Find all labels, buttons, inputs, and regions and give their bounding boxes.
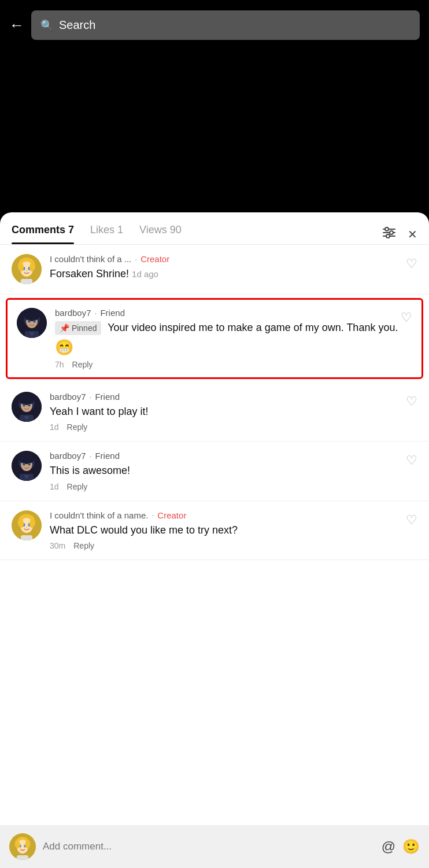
comment-item: bardboy7 · Friend Yeah I want to play it… (0, 382, 429, 442)
svg-point-20 (33, 320, 35, 323)
reply-button[interactable]: Reply (67, 482, 88, 491)
username: bardboy7 (55, 308, 91, 318)
comment-time: 7h (55, 360, 64, 369)
emoji-picker-icon[interactable]: 🙂 (402, 838, 420, 855)
like-button[interactable]: ♡ (406, 256, 417, 271)
tabs-row: Comments 7 Likes 1 Views 90 ✕ (0, 212, 429, 245)
comment-meta: 1d Reply (50, 422, 417, 432)
svg-rect-14 (21, 279, 32, 284)
like-button[interactable]: ♡ (406, 394, 417, 409)
friend-badge: Friend (95, 392, 120, 402)
current-user-avatar (9, 833, 36, 860)
comment-body: bardboy7 · Friend Yeah I want to play it… (50, 392, 417, 432)
tab-views[interactable]: Views 90 (139, 224, 182, 244)
svg-rect-52 (17, 855, 28, 860)
svg-point-41 (26, 527, 27, 528)
add-comment-bar: @ 🙂 (0, 825, 429, 868)
comment-meta: 7h Reply (55, 360, 412, 369)
comment-meta: 1d Reply (50, 482, 417, 491)
svg-point-25 (19, 395, 34, 405)
video-area (0, 50, 429, 212)
username: I couldn't think of a ... (50, 254, 131, 264)
avatar (12, 510, 42, 540)
comment-item: I couldn't think of a ... · Creator Fors… (0, 245, 429, 295)
username: I couldn't think of a name. (50, 510, 148, 520)
svg-point-34 (28, 463, 30, 466)
filter-icon[interactable] (382, 227, 396, 241)
comment-header: bardboy7 · Friend (50, 392, 417, 402)
reply-button[interactable]: Reply (73, 541, 94, 550)
comments-list: I couldn't think of a ... · Creator Fors… (0, 245, 429, 560)
svg-point-5 (386, 234, 390, 238)
svg-point-27 (28, 404, 30, 407)
username: bardboy7 (50, 392, 86, 402)
svg-rect-44 (21, 535, 32, 540)
comments-panel: Comments 7 Likes 1 Views 90 ✕ (0, 212, 429, 826)
at-mention-icon[interactable]: @ (382, 838, 395, 855)
svg-point-11 (26, 270, 27, 271)
comment-time: 1d (50, 482, 59, 491)
svg-point-33 (23, 463, 25, 466)
add-comment-input[interactable] (43, 841, 375, 852)
tab-comments[interactable]: Comments 7 (12, 224, 74, 244)
comment-header: I couldn't think of a name. · Creator (50, 510, 417, 520)
reply-button[interactable]: Reply (72, 360, 93, 369)
friend-badge: Friend (100, 308, 125, 318)
creator-badge: Creator (140, 254, 169, 264)
avatar (17, 308, 47, 338)
svg-point-19 (28, 320, 30, 323)
search-bar[interactable]: 🔍 Search (31, 10, 420, 40)
like-button[interactable]: ♡ (406, 513, 417, 528)
like-button[interactable]: ♡ (401, 310, 412, 325)
comment-header: bardboy7 · Friend (50, 451, 417, 461)
friend-badge: Friend (95, 451, 120, 461)
avatar (12, 392, 42, 422)
comment-text: Yeah I want to play it! (50, 404, 417, 419)
comment-emoji: 😁 (55, 339, 412, 356)
svg-point-26 (23, 404, 25, 407)
search-icon: 🔍 (40, 19, 53, 32)
back-button[interactable]: ← (9, 16, 24, 34)
svg-point-4 (390, 231, 393, 234)
tab-likes[interactable]: Likes 1 (90, 224, 123, 244)
comment-body: I couldn't think of a ... · Creator Fors… (50, 254, 417, 285)
comment-meta: 30m Reply (50, 541, 417, 550)
comment-text: This is awesome! (50, 463, 417, 478)
comment-item: bardboy7 · Friend This is awesome! 1d Re… (0, 442, 429, 501)
comment-text: Forsaken Shrine! 1d ago (50, 266, 417, 281)
comment-body: bardboy7 · Friend This is awesome! 1d Re… (50, 451, 417, 491)
comment-header: I couldn't think of a ... · Creator (50, 254, 417, 264)
pinned-badge: 📌 Pinned (55, 321, 101, 335)
username: bardboy7 (50, 451, 86, 461)
svg-point-18 (24, 311, 39, 321)
svg-point-3 (385, 227, 389, 231)
avatar (12, 254, 42, 284)
comment-time: 30m (50, 541, 65, 550)
svg-point-32 (19, 454, 34, 464)
search-placeholder: Search (59, 19, 95, 32)
pinned-comment-item: bardboy7 · Friend 📌 Pinned Your video in… (6, 298, 423, 379)
comment-item: I couldn't think of a name. · Creator Wh… (0, 501, 429, 560)
like-button[interactable]: ♡ (406, 453, 417, 468)
creator-badge: Creator (157, 510, 186, 520)
reply-button[interactable]: Reply (67, 422, 88, 432)
close-icon[interactable]: ✕ (408, 227, 417, 241)
comment-header: bardboy7 · Friend (55, 308, 412, 318)
pinned-comment-body: bardboy7 · Friend 📌 Pinned Your video in… (55, 308, 412, 369)
comment-body: I couldn't think of a name. · Creator Wh… (50, 510, 417, 550)
comment-text: 📌 Pinned Your video inspired me to make … (55, 320, 412, 335)
top-bar: ← 🔍 Search (0, 0, 429, 50)
comment-text: What DLC would you like me to try next? (50, 523, 417, 538)
comment-time: 1d (50, 422, 59, 432)
avatar (12, 451, 42, 481)
